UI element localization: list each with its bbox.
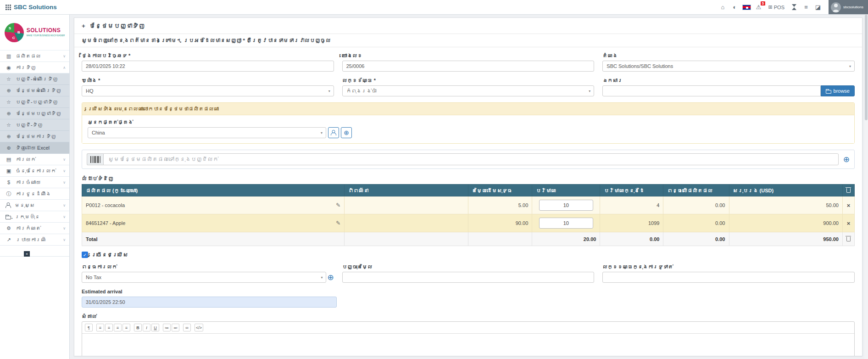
register-list-icon[interactable]: ≡ [800,0,812,14]
date-input[interactable] [82,61,334,72]
align-left-icon[interactable]: ≡ [96,324,104,331]
dollar-icon: $ [6,180,12,185]
sidebar-item-sales[interactable]: ▤ការលក់∨ [0,154,69,165]
edit-icon[interactable]: ✎ [336,220,340,226]
logo-pinwheel-icon: S B C [5,23,24,42]
sidebar-item-purchase-list[interactable]: ☆បញ្ជី-ទិញ [0,119,69,131]
quantity-input[interactable] [539,218,593,229]
sidebar-item-add-purchase[interactable]: ⊕បន្ថែមការទិញ [0,131,69,142]
sidebar-item-purchases[interactable]: ◉ការទិញ∧ [0,62,69,73]
in-hand-cell: 1099 [600,214,663,232]
page-layout: S B C SOLUTIONS MAKE YOUR BUSINESS MUCH … [0,15,868,359]
paragraph-format-icon[interactable]: ¶ [85,324,93,331]
sidebar-item-expenses[interactable]: $ការចំណាយ∨ [0,177,69,188]
order-tax-select[interactable]: No Tax [82,272,326,283]
add-supplier-button[interactable]: ⊕ [341,127,352,138]
sidebar-item-notifications[interactable]: ⓘការជូនដំណឹង [0,188,69,200]
order-tax-label: ពន្ធការលក់ [82,264,334,269]
plus-circle-icon: ⊕ [344,129,349,136]
align-justify-icon[interactable]: ≡ [122,324,130,331]
barcode-icon [90,156,100,163]
home-icon[interactable]: ⌂ [717,0,729,14]
unordered-list-icon[interactable]: ≔ [163,324,171,331]
person-icon [331,130,336,135]
chart-icon: ↗ [6,237,12,243]
status-select[interactable]: កំពុងរង់ចាំ [342,85,595,96]
document-file-input[interactable] [602,85,820,96]
alerts-count-badge: 5 [761,1,765,6]
reference-input[interactable] [342,61,595,72]
add-tax-button[interactable]: ⊕ [327,274,334,281]
remove-row-button[interactable]: × [846,202,851,209]
tax-cell: 0.00 [663,214,729,232]
biller-select[interactable]: SBC Solutions/SBC Solutions [602,61,855,72]
add-product-button[interactable]: ⊕ [843,156,850,163]
sidebar-collapse-button[interactable]: « [24,251,30,257]
sidebar-item-settings[interactable]: ⚙ការកំណត់∨ [0,223,69,234]
company-logo[interactable]: S B C SOLUTIONS MAKE YOUR BUSINESS MUCH … [0,15,69,50]
sidebar-item-people[interactable]: មនុស្ស∨ [0,200,69,211]
folder-icon [6,216,11,219]
quantity-input[interactable] [539,200,593,211]
pos-grid-icon: ⊞ [768,4,773,10]
page-scrollbar[interactable] [864,15,868,359]
col-in-hand: បរិមាណក្នុងដៃ [600,185,663,196]
clean-cache-icon[interactable]: ◪ [812,0,824,14]
product-search-input[interactable] [103,153,839,165]
supplier-select[interactable]: China [88,127,326,138]
discount-input[interactable] [342,272,595,283]
total-quantity: 20.00 [532,232,600,246]
sidebar-item-products[interactable]: ▥ផលិតផល∨ [0,50,69,62]
link-icon[interactable]: ∞ [183,324,191,331]
bold-icon[interactable]: B [134,324,142,331]
hourglass-pending-icon[interactable] [788,0,800,14]
sidebar-collapse-row: « [0,250,69,257]
view-supplier-button[interactable] [328,127,339,138]
scrollbar-thumb[interactable] [865,15,868,120]
total-tax: 0.00 [663,232,729,246]
underline-icon[interactable]: U [151,324,159,331]
estimated-arrival-input[interactable] [82,297,337,308]
pos-shortcut[interactable]: ⊞ POS [765,0,788,14]
warehouse-select[interactable]: HQ [82,85,334,96]
col-subtotal: សរុបរង (USD) [729,185,842,196]
trash-icon [846,188,851,193]
clear-all-trash-icon[interactable] [846,237,851,241]
sidebar-item-reports[interactable]: ↗របាយការណ៍∨ [0,234,69,246]
order-items-title: លំដាប់ទំនិញ [82,176,855,181]
sidebar-item-purchase-request-list[interactable]: ☆បញ្ជី-សំណើរទិញ [0,73,69,85]
plus-circle-icon: ⊕ [6,111,12,117]
browse-button[interactable]: browse [821,85,855,96]
sidebar-item-pos[interactable]: ▣ចំនុចនៃការលក់∨ [0,165,69,177]
discount-label: បញ្ចុះតម្លៃ [342,264,595,269]
remove-row-button[interactable]: × [846,220,851,227]
description-cell [345,214,468,232]
code-view-icon[interactable]: </> [195,324,203,331]
subtotal-cell: 50.00 [729,196,842,214]
payment-term-input[interactable] [602,272,855,283]
more-options-checkbox[interactable]: ✓ [82,252,88,258]
logo-title: SOLUTIONS [27,28,65,34]
alerts-warning-icon[interactable]: ⚠5 [753,0,765,14]
plus-circle-icon: ⊕ [6,145,12,151]
display-contrast-icon[interactable]: ◐ [729,0,741,14]
description-cell [345,196,468,214]
col-description: ពិពណ៌នា [345,185,468,196]
italic-icon[interactable]: I [143,324,150,331]
language-flag-cambodia[interactable] [741,0,753,14]
sidebar-item-purchase-order-list[interactable]: ☆បញ្ជី-បញ្ជាទិញ [0,96,69,108]
sidebar-item-add-purchase-request[interactable]: ⊕បន្ថែមសំណើរទិញ [0,85,69,96]
edit-icon[interactable]: ✎ [336,202,340,208]
align-center-icon[interactable]: ≡ [105,324,113,331]
note-input[interactable] [82,334,854,356]
sidebar-item-add-purchase-order[interactable]: ⊕បន្ថែមបញ្ជាទិញ [0,108,69,119]
brand[interactable]: SBC Solutions [6,4,57,11]
ordered-list-icon[interactable]: ≕ [172,324,179,331]
sidebar-item-purchase-by-excel[interactable]: ⊕ទិញដោយ Excel [0,142,69,154]
align-right-icon[interactable]: ≡ [114,324,122,331]
cost-cell: 90.00 [468,214,532,232]
user-menu[interactable]: sbcsolutions [829,0,868,14]
briefcase-icon: ▣ [6,168,12,174]
sidebar-item-company[interactable]: ក្រុមហ៊ុន∨ [0,211,69,223]
note-editor: ¶ ≡ ≡ ≡ ≡ B I U ≔ ≕ ∞ [82,321,855,356]
